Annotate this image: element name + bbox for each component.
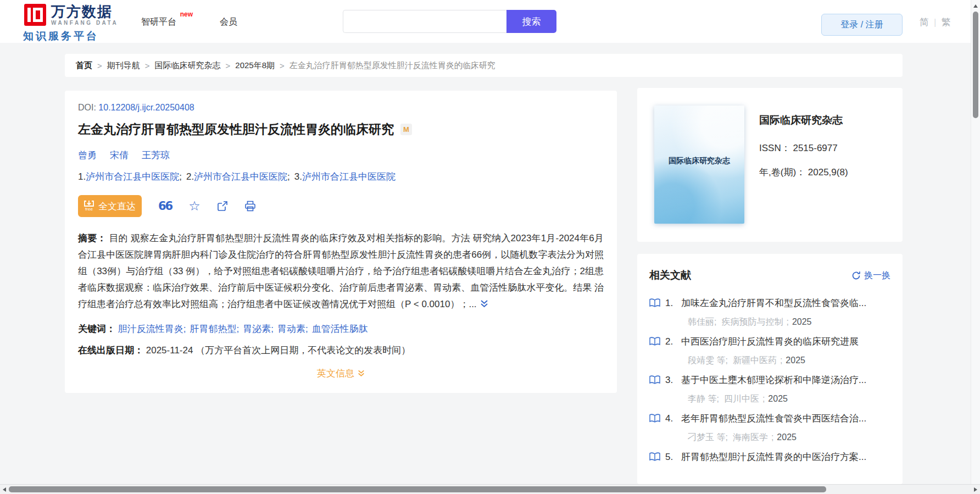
volume-label: 年,卷(期)： — [759, 167, 805, 177]
article-actions: free 全文直达 66 ☆ — [78, 195, 604, 217]
abstract-text: 目的 观察左金丸治疗肝胃郁热型胆汁反流性胃炎的临床疗效及对相关指标的影响。方法 … — [78, 233, 604, 309]
affiliations-row: 1.泸州市合江县中医医院;2.泸州市合江县中医医院;3.泸州市合江县中医医院 — [78, 170, 604, 183]
related-item: 4. 老年肝胃郁热型反流性食管炎中西医结合治... 刁梦玉 等;海南医学;202… — [649, 412, 890, 443]
keyword-link[interactable]: 血管活性肠肽 — [312, 324, 368, 334]
related-item-year: 2025 — [792, 317, 812, 326]
pubdate-value: 2025-11-24 — [146, 345, 193, 356]
book-icon — [649, 375, 660, 385]
doi-link[interactable]: 10.12208/j.ijcr.20250408 — [98, 103, 194, 112]
affiliation-number: 2. — [186, 171, 194, 182]
fulltext-access-button[interactable]: free 全文直达 — [78, 195, 142, 217]
affiliation-link[interactable]: 泸州市合江县中医医院 — [194, 171, 287, 182]
breadcrumb: 首页 > 期刊导航 > 国际临床研究杂志 > 2025年8期 > 左金丸治疗肝胃… — [65, 54, 903, 77]
related-literature-card: 相关文献 换一换 1. 加味左金丸治疗肝胃不和型反流性食管炎临... — [637, 254, 903, 484]
pubdate-label: 在线出版日期： — [78, 345, 143, 356]
language-switch: 简 | 繁 — [920, 16, 950, 29]
related-item-authors: 段靖雯 等; — [688, 356, 728, 365]
doi-row: DOI: 10.12208/j.ijcr.20250408 — [78, 103, 604, 113]
affiliation-number: 3. — [294, 171, 302, 182]
related-refresh-button[interactable]: 换一换 — [851, 270, 890, 281]
nav-item-zhiyan-platform[interactable]: 智研平台 new — [141, 16, 176, 28]
scroll-right-arrow[interactable] — [974, 487, 977, 492]
related-item-title[interactable]: 加味左金丸治疗肝胃不和型反流性食管炎临... — [681, 297, 866, 309]
related-item-title[interactable]: 中西医治疗胆汁反流性胃炎的临床研究进展 — [681, 335, 859, 348]
lang-simplified[interactable]: 简 — [920, 16, 929, 29]
book-icon — [649, 452, 660, 462]
new-badge: new — [180, 10, 193, 18]
lang-divider: | — [934, 17, 936, 28]
related-item-year: 2025 — [777, 432, 797, 442]
related-item: 1. 加味左金丸治疗肝胃不和型反流性食管炎临... 韩佳丽;疾病预防与控制;20… — [649, 297, 890, 328]
author-link[interactable]: 宋倩 — [110, 149, 129, 162]
author-link[interactable]: 曾勇 — [78, 149, 97, 162]
related-item: 2. 中西医治疗胆汁反流性胃炎的临床研究进展 段靖雯 等;新疆中医药;2025 — [649, 335, 890, 367]
login-register-button[interactable]: 登录 / 注册 — [821, 14, 903, 36]
abstract-block: 摘要： 目的 观察左金丸治疗肝胃郁热型胆汁反流性胃炎的临床疗效及对相关指标的影响… — [78, 230, 604, 313]
affiliation-link[interactable]: 泸州市合江县中医医院 — [86, 171, 179, 182]
chevron-double-down-icon — [358, 370, 365, 377]
breadcrumb-separator: > — [145, 61, 150, 70]
keywords-row: 关键词： 胆汁反流性胃炎;肝胃郁热型;胃泌素;胃动素;血管活性肠肽 — [78, 323, 604, 335]
breadcrumb-item-current-article: 左金丸治疗肝胃郁热型原发性胆汁反流性胃炎的临床研究 — [289, 60, 495, 71]
lang-traditional[interactable]: 繁 — [941, 16, 950, 29]
journal-volume-row: 年,卷(期)： 2025,9(8) — [759, 166, 848, 179]
related-item-source[interactable]: 疾病预防与控制 — [721, 317, 783, 326]
keyword-link[interactable]: 胃泌素 — [243, 324, 271, 334]
related-item-source[interactable]: 四川中医 — [724, 394, 759, 403]
issn-label: ISSN： — [759, 143, 790, 153]
brand-subtitle: 知识服务平台 — [23, 29, 99, 43]
horizontal-scrollbar-thumb[interactable] — [9, 486, 826, 492]
book-icon — [649, 414, 660, 423]
search-input[interactable] — [343, 10, 506, 33]
refresh-icon — [851, 271, 861, 280]
book-icon — [649, 298, 660, 308]
related-item-authors: 韩佳丽; — [688, 317, 716, 326]
volume-value: 2025,9(8) — [808, 167, 848, 177]
keyword-link[interactable]: 胆汁反流性胃炎 — [118, 324, 183, 334]
share-export-icon[interactable] — [217, 201, 228, 212]
breadcrumb-item-journal-nav[interactable]: 期刊导航 — [107, 60, 140, 71]
search-bar: 搜索 — [343, 10, 556, 33]
related-item-source[interactable]: 新疆中医药 — [733, 356, 777, 365]
breadcrumb-separator: > — [97, 61, 102, 70]
keyword-link[interactable]: 肝胃郁热型 — [190, 324, 236, 334]
print-icon[interactable] — [244, 201, 256, 212]
abstract-expand-chevron-icon[interactable] — [480, 299, 488, 310]
search-button[interactable]: 搜索 — [506, 10, 556, 33]
related-item-source[interactable]: 海南医学 — [733, 432, 768, 442]
horizontal-scrollbar[interactable] — [0, 484, 980, 494]
authors-row: 曾勇 宋倩 王芳琼 — [78, 149, 604, 162]
related-item-year: 2025 — [768, 394, 788, 403]
related-item-title[interactable]: 老年肝胃郁热型反流性食管炎中西医结合治... — [681, 412, 866, 425]
pubdate-note: （万方平台首次上网日期，不代表论文的发表时间） — [196, 345, 410, 356]
journal-cover[interactable]: 国际临床研究杂志 — [654, 106, 744, 224]
breadcrumb-item-issue[interactable]: 2025年8期 — [235, 60, 275, 71]
brand-name-cn: 万方数据 — [51, 4, 118, 19]
vertical-scrollbar[interactable] — [971, 0, 980, 484]
scroll-left-arrow[interactable] — [3, 487, 6, 492]
scroll-up-arrow[interactable] — [973, 4, 978, 8]
brand-logo[interactable]: 万方数据 WANFANG DATA — [24, 4, 118, 26]
favorite-star-icon[interactable]: ☆ — [188, 200, 201, 212]
cite-quote-icon[interactable]: 66 — [158, 199, 172, 213]
related-item: 5. 肝胃郁热型胆汁反流性胃炎的中医治疗方案... — [649, 451, 890, 463]
breadcrumb-item-home[interactable]: 首页 — [76, 60, 92, 71]
journal-name-link[interactable]: 国际临床研究杂志 — [759, 113, 848, 127]
article-detail-card: DOI: 10.12208/j.ijcr.20250408 左金丸治疗肝胃郁热型… — [65, 91, 617, 393]
related-item-title[interactable]: 肝胃郁热型胆汁反流性胃炎的中医治疗方案... — [681, 451, 866, 463]
related-section-title: 相关文献 — [649, 268, 691, 282]
affiliation-link[interactable]: 泸州市合江县中医医院 — [302, 171, 396, 182]
english-info-link[interactable]: 英文信息 — [317, 367, 365, 380]
wanfang-logo-icon — [24, 4, 46, 26]
author-link[interactable]: 王芳琼 — [142, 149, 170, 162]
online-pubdate-row: 在线出版日期： 2025-11-24 （万方平台首次上网日期，不代表论文的发表时… — [78, 344, 604, 357]
breadcrumb-item-journal[interactable]: 国际临床研究杂志 — [155, 60, 221, 71]
brand-name-en: WANFANG DATA — [51, 19, 118, 26]
journal-issn-row: ISSN： 2515-6977 — [759, 142, 848, 154]
related-item-authors: 刁梦玉 等; — [688, 432, 728, 442]
nav-item-member[interactable]: 会员 — [220, 16, 237, 28]
vertical-scrollbar-thumb[interactable] — [973, 12, 978, 118]
keyword-link[interactable]: 胃动素 — [277, 324, 305, 334]
related-item-title[interactable]: 基于中医土壅木郁理论探析和中降逆汤治疗... — [681, 374, 866, 386]
abstract-label: 摘要： — [78, 233, 107, 243]
